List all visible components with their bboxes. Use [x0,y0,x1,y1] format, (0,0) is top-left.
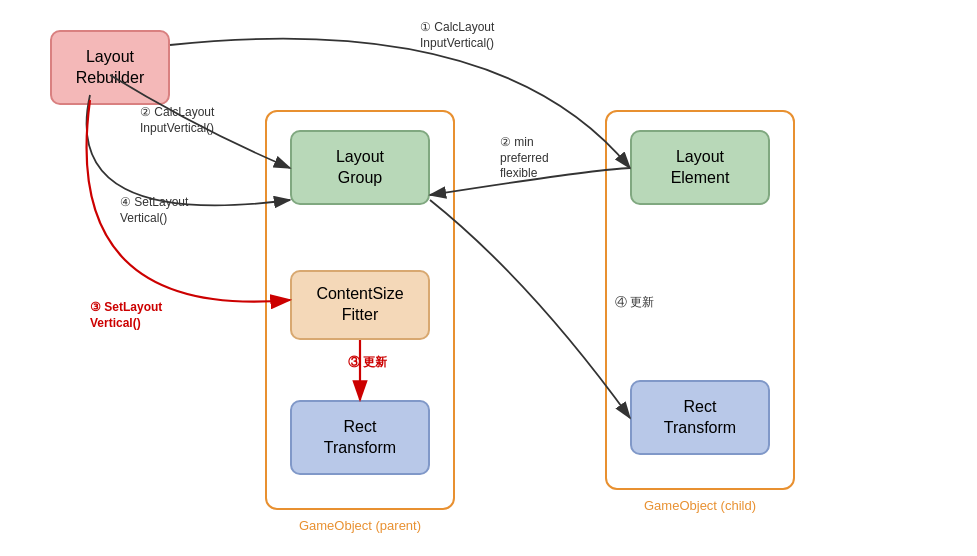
rect-transform-parent-box: RectTransform [290,400,430,475]
layout-rebuilder-box: LayoutRebuilder [50,30,170,105]
rect-transform-child-box: RectTransform [630,380,770,455]
arrow5-label: ② minpreferredflexible [500,135,549,182]
arrow4-label: ④ SetLayoutVertical() [120,195,188,226]
content-size-fitter-box: ContentSizeFitter [290,270,430,340]
arrow3-red-label: ③ SetLayoutVertical() [90,300,162,331]
container-parent-label: GameObject (parent) [265,518,455,533]
arrow7-red-label: ③ 更新 [348,355,387,371]
arrow2-label: ② CalcLayoutInputVertical() [140,105,214,136]
arrow6-label: ④ 更新 [615,295,654,311]
layout-element-box: LayoutElement [630,130,770,205]
container-child-label: GameObject (child) [605,498,795,513]
arrow1-label: ① CalcLayoutInputVertical() [420,20,494,51]
diagram-container: GameObject (parent) GameObject (child) L… [0,0,977,556]
layout-group-box: LayoutGroup [290,130,430,205]
